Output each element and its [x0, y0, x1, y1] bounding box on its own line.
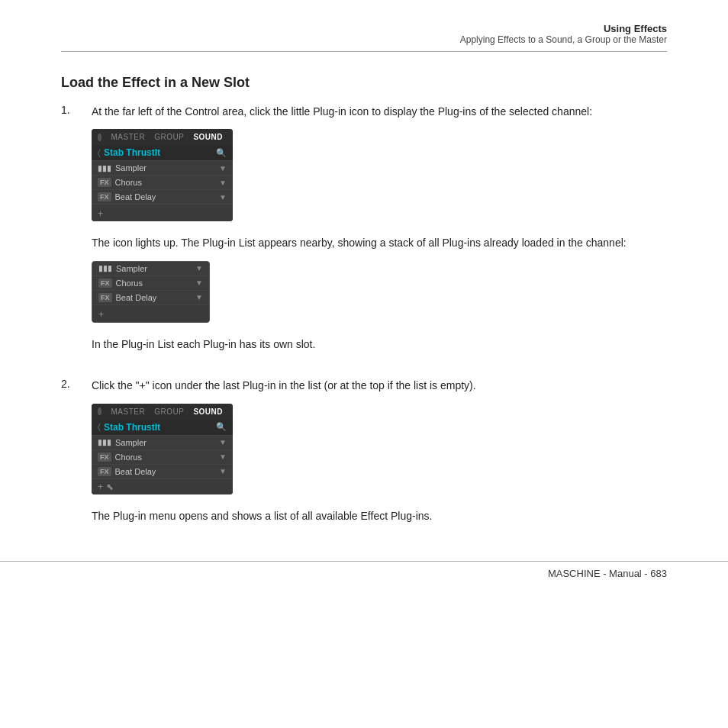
sampler-name: Sampler — [115, 163, 219, 172]
small-chorus-arrow: ▼ — [195, 279, 203, 287]
beatdelay-name-1: Beat Delay — [115, 192, 220, 201]
panel-2-beatdelay-name: Beat Delay — [115, 467, 220, 476]
page-header: Using Effects Applying Effects to a Soun… — [61, 23, 667, 52]
panel-2-sampler-bars-icon: ▮▮▮ — [98, 438, 111, 446]
panel-2-plus-row[interactable]: + ⬉ — [92, 478, 233, 494]
panel-2-chorus-name: Chorus — [115, 453, 220, 462]
step-1-text-before: At the far left of the Control area, cli… — [92, 103, 667, 120]
panel-2-beatdelay-arrow: ▼ — [219, 467, 227, 475]
panel-2-sampler-name: Sampler — [115, 438, 219, 447]
panel-1-tab-group[interactable]: GROUP — [150, 132, 188, 142]
small-plugin-chorus[interactable]: FX Chorus ▼ — [92, 275, 209, 290]
panel-2-title: Stab ThrustIt — [104, 422, 216, 433]
section-title: Using Effects — [61, 23, 667, 34]
plus-icon-2: + — [98, 482, 103, 492]
step-2-number: 2. — [61, 377, 92, 533]
panel-2-search-icon[interactable]: 🔍 — [216, 422, 227, 432]
panel-2-plugin-chorus[interactable]: FX Chorus ▼ — [92, 449, 233, 464]
panel-1-plus-row[interactable]: + — [92, 204, 233, 221]
small-plus-icon: + — [98, 309, 104, 320]
small-chorus-name: Chorus — [116, 279, 196, 288]
steps-list: 1. At the far left of the Control area, … — [61, 103, 667, 533]
panel-1-plugin-beatdelay[interactable]: FX Beat Delay ▼ — [92, 189, 233, 204]
small-sampler-arrow: ▼ — [195, 264, 203, 272]
small-plugin-sampler[interactable]: ▮▮▮ Sampler ▼ — [92, 262, 209, 275]
ui-panel-small: ▮▮▮ Sampler ▼ FX Chorus ▼ FX Beat Delay … — [92, 261, 210, 323]
beatdelay-fx-badge: FX — [98, 192, 111, 201]
panel-2-chorus-fx-badge: FX — [98, 453, 111, 462]
step-2-text-after: The Plug-in menu opens and shows a list … — [92, 507, 667, 524]
sampler-arrow-icon: ▼ — [219, 164, 227, 172]
small-plus-row[interactable]: + — [92, 304, 209, 322]
chorus-fx-badge: FX — [98, 178, 111, 187]
panel-2-tabs: MASTER GROUP SOUND — [92, 404, 233, 420]
sampler-bars-icon: ▮▮▮ — [98, 164, 111, 172]
small-plugin-beatdelay[interactable]: FX Beat Delay ▼ — [92, 290, 209, 304]
small-beatdelay-name: Beat Delay — [116, 293, 196, 302]
step-2: 2. Click the "+" icon under the last Plu… — [61, 377, 667, 533]
panel-1-title: Stab ThrustIt — [104, 147, 216, 158]
panel-1-dot — [98, 134, 101, 141]
panel-2-tab-sound[interactable]: SOUND — [189, 407, 227, 417]
small-chorus-fx-badge: FX — [98, 279, 112, 288]
panel-1-tabs: MASTER GROUP SOUND — [92, 129, 233, 145]
step-1-text-after2: In the Plug-in List each Plug-in has its… — [92, 336, 667, 353]
page-footer: MASCHINE - Manual - 683 — [0, 561, 728, 579]
plus-icon-1: + — [98, 208, 103, 219]
step-1: 1. At the far left of the Control area, … — [61, 103, 667, 362]
panel-2-title-row: 〈 Stab ThrustIt 🔍 — [92, 420, 233, 435]
small-beatdelay-arrow: ▼ — [195, 293, 203, 301]
panel-2-tab-master[interactable]: MASTER — [108, 407, 150, 417]
page: Using Effects Applying Effects to a Soun… — [0, 0, 728, 594]
panel-2-dot — [98, 407, 101, 415]
panel-1-title-row: 〈 Stab ThrustIt 🔍 — [92, 145, 233, 160]
panel-1-plugin-sampler[interactable]: ▮▮▮ Sampler ▼ — [92, 160, 233, 175]
chorus-name-1: Chorus — [115, 178, 220, 187]
step-2-content: Click the "+" icon under the last Plug-i… — [92, 377, 667, 533]
section-heading: Load the Effect in a New Slot — [61, 75, 667, 91]
panel-1-tab-sound[interactable]: SOUND — [189, 132, 227, 142]
panel-1-plugin-chorus[interactable]: FX Chorus ▼ — [92, 175, 233, 189]
small-sampler-name: Sampler — [116, 264, 195, 273]
panel-2-tab-group[interactable]: GROUP — [150, 407, 188, 417]
panel-2-plugin-beatdelay[interactable]: FX Beat Delay ▼ — [92, 464, 233, 478]
footer-text: MASCHINE - Manual - 683 — [548, 568, 667, 579]
panel-1-search-icon[interactable]: 🔍 — [216, 148, 227, 158]
panel-2-beatdelay-fx-badge: FX — [98, 467, 111, 476]
step-1-text-after: The icon lights up. The Plug-in List app… — [92, 234, 667, 251]
section-subtitle: Applying Effects to a Sound, a Group or … — [61, 34, 667, 45]
ui-panel-1: MASTER GROUP SOUND 〈 Stab ThrustIt 🔍 ▮▮▮… — [92, 129, 233, 221]
cursor-icon: ⬉ — [106, 482, 114, 492]
step-1-number: 1. — [61, 103, 92, 362]
panel-2-plugin-sampler[interactable]: ▮▮▮ Sampler ▼ — [92, 435, 233, 449]
chorus-arrow-icon: ▼ — [219, 179, 227, 187]
step-2-text: Click the "+" icon under the last Plug-i… — [92, 377, 667, 394]
panel-2-sampler-arrow: ▼ — [219, 438, 227, 446]
panel-2-plugin-icon: 〈 — [98, 422, 101, 432]
panel-1-tab-master[interactable]: MASTER — [108, 132, 150, 142]
small-sampler-bars-icon: ▮▮▮ — [98, 264, 112, 272]
ui-panel-2: MASTER GROUP SOUND 〈 Stab ThrustIt 🔍 ▮▮▮… — [92, 404, 233, 494]
panel-2-chorus-arrow: ▼ — [219, 453, 227, 461]
beatdelay-arrow-icon: ▼ — [219, 193, 227, 201]
step-1-content: At the far left of the Control area, cli… — [92, 103, 667, 362]
plugin-list-icon: 〈 — [98, 148, 101, 158]
small-beatdelay-fx-badge: FX — [98, 293, 112, 302]
